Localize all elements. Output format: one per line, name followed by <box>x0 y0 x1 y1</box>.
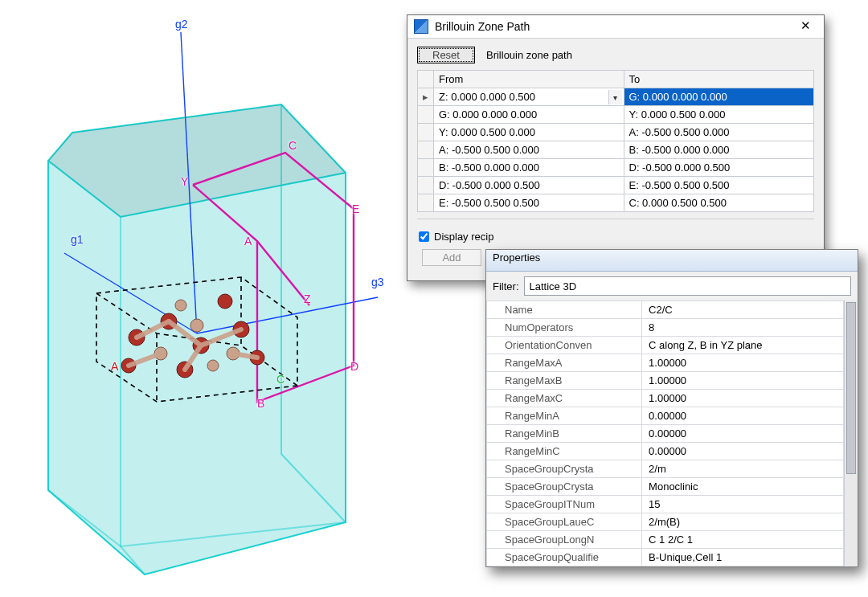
display-reciprocal-input[interactable] <box>419 231 429 242</box>
axis-g3-label: g3 <box>371 276 384 288</box>
brillouin-zone-path-window: Brillouin Zone Path ✕ Reset Brillouin zo… <box>407 14 825 281</box>
to-cell[interactable]: D: -0.500 0.000 0.500 <box>624 159 814 177</box>
display-reciprocal-label: Display recip <box>434 231 493 243</box>
property-value[interactable]: C along Z, B in YZ plane <box>642 337 844 354</box>
property-name: RangeMaxA <box>487 354 642 372</box>
reset-button[interactable]: Reset <box>417 47 475 63</box>
property-value[interactable]: 0.00000 <box>642 443 844 460</box>
from-cell[interactable]: Y: 0.000 0.500 0.000 <box>434 124 624 141</box>
filter-input[interactable] <box>524 276 852 296</box>
from-cell[interactable]: Z: 0.000 0.000 0.500▾ <box>434 88 624 106</box>
table-row[interactable]: D: -0.500 0.000 0.500E: -0.500 0.500 0.5… <box>418 177 814 194</box>
svg-point-19 <box>207 360 219 371</box>
properties-title[interactable]: Properties <box>486 250 858 272</box>
point-y: Y <box>181 175 188 188</box>
property-value[interactable]: 0.00000 <box>642 407 844 425</box>
row-handle[interactable] <box>418 194 434 212</box>
row-handle[interactable] <box>418 141 434 159</box>
point-b: B <box>257 397 264 410</box>
property-value[interactable]: 15 <box>642 496 844 513</box>
col-to[interactable]: To <box>624 71 814 88</box>
properties-grid[interactable]: NameC2/CNumOperators8OrientationConvenC … <box>486 301 844 566</box>
table-row[interactable]: G: 0.000 0.000 0.000Y: 0.000 0.500 0.000 <box>418 106 814 124</box>
row-handle-header <box>418 71 434 88</box>
table-row[interactable]: ▸Z: 0.000 0.000 0.500▾G: 0.000 0.000 0.0… <box>418 88 814 106</box>
property-value[interactable]: C 1 2/C 1 <box>642 531 844 549</box>
path-table[interactable]: From To ▸Z: 0.000 0.000 0.500▾G: 0.000 0… <box>417 70 814 212</box>
property-value[interactable]: 1.00000 <box>642 390 844 407</box>
property-value[interactable]: 1.00000 <box>642 372 844 390</box>
property-value[interactable]: 1.00000 <box>642 354 844 372</box>
col-from[interactable]: From <box>434 71 624 88</box>
property-row[interactable]: RangeMaxC1.00000 <box>487 390 844 407</box>
to-cell[interactable]: Y: 0.000 0.500 0.000 <box>624 106 814 124</box>
add-button[interactable]: Add <box>422 249 481 266</box>
property-row[interactable]: RangeMinC0.00000 <box>487 443 844 460</box>
axis-g2-label: g2 <box>175 18 188 31</box>
property-name: RangeMinC <box>487 443 642 460</box>
viewport-canvas <box>0 0 418 597</box>
svg-point-18 <box>175 300 186 311</box>
property-row[interactable]: NumOperators8 <box>487 319 844 337</box>
from-cell[interactable]: B: -0.500 0.000 0.000 <box>434 159 624 177</box>
svg-point-14 <box>218 294 232 309</box>
row-handle[interactable] <box>418 124 434 141</box>
point-z: Z <box>304 292 311 305</box>
point-a-path: A <box>244 235 252 247</box>
property-row[interactable]: RangeMinB0.00000 <box>487 425 844 443</box>
property-value[interactable]: B-Unique,Cell 1 <box>642 549 844 566</box>
from-cell[interactable]: G: 0.000 0.000 0.000 <box>434 106 624 124</box>
property-name: SpaceGroupITNum <box>487 496 642 513</box>
property-value[interactable]: 8 <box>642 319 844 337</box>
display-reciprocal-checkbox[interactable]: Display recip <box>417 231 493 243</box>
row-handle[interactable] <box>418 177 434 194</box>
property-name: RangeMaxC <box>487 390 642 407</box>
point-c-top: C <box>289 139 297 152</box>
to-cell[interactable]: A: -0.500 0.500 0.000 <box>624 124 814 141</box>
property-name: RangeMinA <box>487 407 642 425</box>
window-titlebar[interactable]: Brillouin Zone Path ✕ <box>407 15 824 39</box>
table-row[interactable]: E: -0.500 0.500 0.500C: 0.000 0.500 0.50… <box>418 194 814 212</box>
table-row[interactable]: B: -0.500 0.000 0.000D: -0.500 0.000 0.5… <box>418 159 814 177</box>
property-row[interactable]: OrientationConvenC along Z, B in YZ plan… <box>487 337 844 354</box>
property-value[interactable]: C2/C <box>642 301 844 319</box>
property-row[interactable]: NameC2/C <box>487 301 844 319</box>
row-handle[interactable]: ▸ <box>418 88 434 106</box>
row-handle[interactable] <box>418 106 434 124</box>
to-cell[interactable]: C: 0.000 0.500 0.500 <box>624 194 814 212</box>
property-value[interactable]: 0.00000 <box>642 425 844 443</box>
property-value[interactable]: Monoclinic <box>642 478 844 496</box>
property-row[interactable]: SpaceGroupCrysta2/m <box>487 460 844 478</box>
from-cell[interactable]: E: -0.500 0.500 0.500 <box>434 194 624 212</box>
from-cell[interactable]: A: -0.500 0.500 0.000 <box>434 141 624 159</box>
property-row[interactable]: RangeMaxA1.00000 <box>487 354 844 372</box>
scrollbar[interactable] <box>844 301 858 566</box>
property-value[interactable]: 2/m <box>642 460 844 478</box>
window-title: Brillouin Zone Path <box>435 20 530 33</box>
property-value[interactable]: 2/m(B) <box>642 513 844 531</box>
property-row[interactable]: RangeMinA0.00000 <box>487 407 844 425</box>
property-name: Name <box>487 301 642 319</box>
property-row[interactable]: SpaceGroupLongNC 1 2/C 1 <box>487 531 844 549</box>
table-row[interactable]: A: -0.500 0.500 0.000B: -0.500 0.000 0.0… <box>418 141 814 159</box>
brillouin-3d-viewport[interactable]: g2 g1 g3 Y C E A Z B D C A <box>0 0 418 597</box>
to-cell[interactable]: G: 0.000 0.000 0.000 <box>624 88 814 106</box>
chevron-down-icon[interactable]: ▾ <box>608 90 622 104</box>
from-cell[interactable]: D: -0.500 0.000 0.500 <box>434 177 624 194</box>
property-row[interactable]: SpaceGroupCrystaMonoclinic <box>487 478 844 496</box>
path-caption: Brillouin zone path <box>486 49 572 61</box>
close-button[interactable]: ✕ <box>792 18 819 35</box>
property-row[interactable]: SpaceGroupLaueC2/m(B) <box>487 513 844 531</box>
table-row[interactable]: Y: 0.000 0.500 0.000A: -0.500 0.500 0.00… <box>418 124 814 141</box>
property-row[interactable]: SpaceGroupQualifieB-Unique,Cell 1 <box>487 549 844 566</box>
to-cell[interactable]: E: -0.500 0.500 0.500 <box>624 177 814 194</box>
row-handle[interactable] <box>418 159 434 177</box>
property-row[interactable]: RangeMaxB1.00000 <box>487 372 844 390</box>
to-cell[interactable]: B: -0.500 0.000 0.000 <box>624 141 814 159</box>
property-row[interactable]: SpaceGroupITNum15 <box>487 496 844 513</box>
property-name: SpaceGroupCrysta <box>487 478 642 496</box>
property-name: RangeMaxB <box>487 372 642 390</box>
scrollbar-thumb[interactable] <box>846 302 856 474</box>
property-name: SpaceGroupCrysta <box>487 460 642 478</box>
property-name: NumOperators <box>487 319 642 337</box>
